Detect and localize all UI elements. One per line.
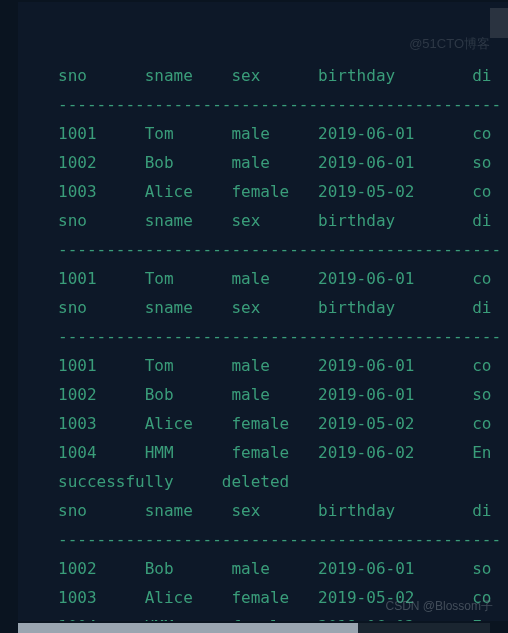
terminal-line: 1001 Tom male 2019-06-01 co bbox=[58, 124, 491, 143]
watermark-top: @51CTO博客 bbox=[409, 35, 490, 53]
terminal-line: 1004 HMM female 2019-06-02 En bbox=[58, 443, 491, 462]
terminal-line: 1002 Bob male 2019-06-01 so bbox=[58, 153, 491, 172]
terminal-line: ----------------------------------------… bbox=[58, 327, 501, 346]
terminal-line: sno sname sex birthday di bbox=[58, 211, 491, 230]
scrollbar-thumb[interactable] bbox=[18, 623, 358, 633]
scroll-button[interactable] bbox=[490, 8, 508, 38]
terminal-line: ----------------------------------------… bbox=[58, 240, 501, 259]
terminal-line: 1002 Bob male 2019-06-01 so bbox=[58, 385, 491, 404]
terminal-line: ----------------------------------------… bbox=[58, 530, 501, 549]
terminal-line: 1003 Alice female 2019-05-02 co bbox=[58, 182, 491, 201]
terminal-line: sno sname sex birthday di bbox=[58, 66, 491, 85]
terminal-line: sno sname sex birthday di bbox=[58, 501, 491, 520]
horizontal-scrollbar[interactable] bbox=[18, 623, 490, 633]
terminal-line: 1002 Bob male 2019-06-01 so bbox=[58, 559, 491, 578]
terminal-line: 1001 Tom male 2019-06-01 co bbox=[58, 356, 491, 375]
terminal-line: successfully deleted bbox=[58, 472, 289, 491]
terminal-line: 1001 Tom male 2019-06-01 co bbox=[58, 269, 491, 288]
terminal-line: 1004 HMM female 2019-06-02 En bbox=[58, 617, 491, 621]
terminal-line: 1003 Alice female 2019-05-02 co bbox=[58, 414, 491, 433]
terminal-output: sno sname sex birthday di --------------… bbox=[18, 2, 508, 621]
watermark-bottom: CSDN @Blossom子 bbox=[385, 598, 493, 615]
terminal-line: ----------------------------------------… bbox=[58, 95, 501, 114]
terminal-line: sno sname sex birthday di bbox=[58, 298, 491, 317]
